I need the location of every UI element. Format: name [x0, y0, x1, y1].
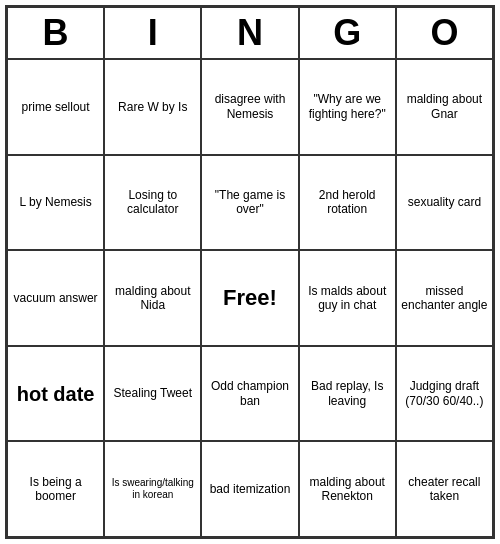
bingo-card: B I N G O prime selloutRare W by Isdisag… — [5, 5, 495, 539]
bingo-cell-17[interactable]: Odd champion ban — [201, 346, 298, 442]
bingo-cell-9[interactable]: sexuality card — [396, 155, 493, 251]
bingo-cell-21[interactable]: Is swearing/talking in korean — [104, 441, 201, 537]
bingo-cell-4[interactable]: malding about Gnar — [396, 59, 493, 155]
header-i: I — [104, 7, 201, 59]
bingo-cell-16[interactable]: Stealing Tweet — [104, 346, 201, 442]
bingo-cell-12[interactable]: Free! — [201, 250, 298, 346]
bingo-cell-0[interactable]: prime sellout — [7, 59, 104, 155]
bingo-cell-6[interactable]: Losing to calculator — [104, 155, 201, 251]
header-o: O — [396, 7, 493, 59]
bingo-cell-14[interactable]: missed enchanter angle — [396, 250, 493, 346]
bingo-cell-5[interactable]: L by Nemesis — [7, 155, 104, 251]
bingo-cell-7[interactable]: "The game is over" — [201, 155, 298, 251]
header-b: B — [7, 7, 104, 59]
bingo-cell-13[interactable]: Is malds about guy in chat — [299, 250, 396, 346]
bingo-cell-2[interactable]: disagree with Nemesis — [201, 59, 298, 155]
bingo-cell-8[interactable]: 2nd herold rotation — [299, 155, 396, 251]
bingo-cell-20[interactable]: Is being a boomer — [7, 441, 104, 537]
bingo-cell-23[interactable]: malding about Renekton — [299, 441, 396, 537]
header-g: G — [299, 7, 396, 59]
bingo-cell-1[interactable]: Rare W by Is — [104, 59, 201, 155]
bingo-cell-11[interactable]: malding about Nida — [104, 250, 201, 346]
bingo-cell-19[interactable]: Judging draft (70/30 60/40..) — [396, 346, 493, 442]
header-n: N — [201, 7, 298, 59]
bingo-cell-3[interactable]: "Why are we fighting here?" — [299, 59, 396, 155]
bingo-header: B I N G O — [7, 7, 493, 59]
bingo-cell-18[interactable]: Bad replay, Is leaving — [299, 346, 396, 442]
bingo-cell-22[interactable]: bad itemization — [201, 441, 298, 537]
bingo-grid: prime selloutRare W by Isdisagree with N… — [7, 59, 493, 537]
bingo-cell-24[interactable]: cheater recall taken — [396, 441, 493, 537]
bingo-cell-15[interactable]: hot date — [7, 346, 104, 442]
bingo-cell-10[interactable]: vacuum answer — [7, 250, 104, 346]
